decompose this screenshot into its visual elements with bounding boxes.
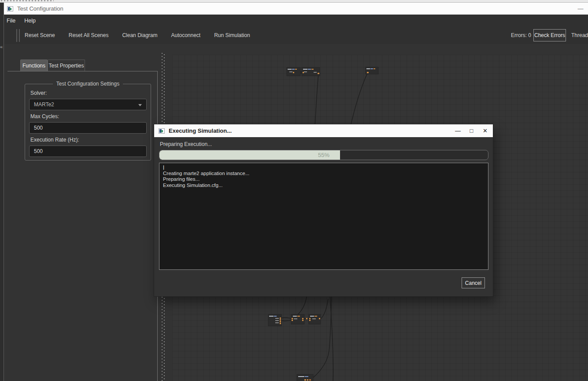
errors-count: Errors: 0 <box>511 32 531 38</box>
background-window-rail: « <box>0 3 4 381</box>
dialog-title: Executing Simulation... <box>169 127 232 134</box>
toolbar-buttons: Reset Scene Reset All Scenes Clean Diagr… <box>25 26 250 44</box>
dialog-minimize-button[interactable]: — <box>451 124 465 137</box>
autoconnect-button[interactable]: Autoconnect <box>171 32 200 38</box>
tab-functions[interactable]: Functions <box>20 60 48 71</box>
app-icon <box>7 6 13 11</box>
progress-bar: 55% <box>159 150 488 160</box>
app-icon <box>159 128 165 134</box>
dialog-title-bar: Executing Simulation... — □ ✕ <box>154 124 493 137</box>
solver-select[interactable]: MARTe2 <box>29 99 147 110</box>
run-simulation-button[interactable]: Run Simulation <box>214 32 250 38</box>
chevron-down-icon <box>138 104 142 106</box>
execution-rate-label: Execution Rate (Hz): <box>30 137 79 143</box>
clean-diagram-button[interactable]: Clean Diagram <box>122 32 157 38</box>
reset-all-scenes-button[interactable]: Reset All Scenes <box>69 32 109 38</box>
check-errors-button[interactable]: Check Errors <box>533 29 566 41</box>
log-line: Creating marte2 application instance... <box>163 171 484 177</box>
reset-scene-button[interactable]: Reset Scene <box>25 32 55 38</box>
minimize-button[interactable]: — <box>574 3 587 15</box>
execution-rate-input[interactable] <box>29 146 147 157</box>
dialog-window-controls: — □ ✕ <box>451 124 492 137</box>
toolbar: Reset Scene Reset All Scenes Clean Diagr… <box>4 26 588 44</box>
cancel-button[interactable]: Cancel <box>462 277 485 288</box>
tab-test-properties[interactable]: Test Properties <box>48 60 85 71</box>
collapse-chevron-icon[interactable]: « <box>0 44 3 49</box>
log-line: Preparing files... <box>163 176 484 183</box>
progress-percent: 55% <box>159 150 488 160</box>
menu-file[interactable]: File <box>4 15 20 26</box>
thread-label: Thread: <box>571 32 588 38</box>
dialog-close-button[interactable]: ✕ <box>478 124 492 137</box>
dialog-status-text: Preparing Execution... <box>160 141 212 147</box>
dialog-maximize-button[interactable]: □ <box>465 124 478 137</box>
log-line: Executing Simulation.cfg... <box>163 183 484 189</box>
menu-help[interactable]: Help <box>20 15 40 26</box>
application: « Test Configuration — File Help Reset S… <box>0 0 588 381</box>
text-cursor: | <box>163 164 164 170</box>
menu-bar: File Help <box>4 15 588 26</box>
title-bar: Test Configuration — <box>4 3 588 15</box>
solver-value: MARTe2 <box>34 101 54 108</box>
solver-label: Solver: <box>30 90 47 96</box>
max-cycles-input[interactable] <box>29 122 147 134</box>
max-cycles-label: Max Cycles: <box>30 113 59 120</box>
executing-simulation-dialog: Executing Simulation... — □ ✕ Preparing … <box>154 124 493 296</box>
group-title: Test Configuration Settings <box>53 81 123 87</box>
toolbar-drag-handle[interactable] <box>16 29 20 42</box>
window-title: Test Configuration <box>17 5 63 12</box>
simulation-log-output[interactable]: | Creating marte2 application instance..… <box>159 163 488 270</box>
